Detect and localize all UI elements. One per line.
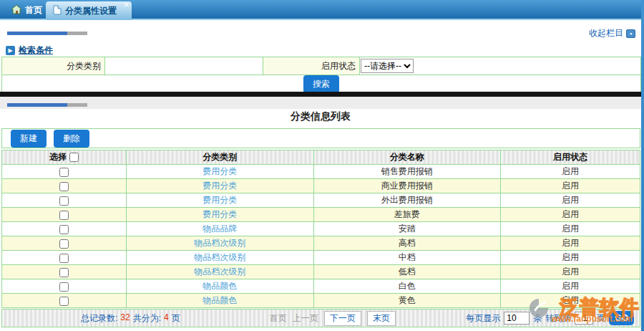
row-checkbox[interactable] [59, 211, 69, 220]
column-name: 分类名称 [313, 150, 501, 165]
search-button[interactable]: 搜索 [303, 75, 339, 93]
category-link[interactable]: 物品档次级别 [194, 267, 245, 277]
row-checkbox[interactable] [59, 254, 69, 263]
status-cell: 启用 [501, 236, 640, 251]
category-link[interactable]: 费用分类 [203, 181, 237, 191]
row-checkbox[interactable] [59, 268, 69, 277]
row-checkbox[interactable] [59, 225, 69, 234]
status-cell: 启用 [501, 208, 640, 222]
status-cell: 启用 [501, 179, 640, 193]
row-checkbox[interactable] [59, 168, 69, 177]
pages-value: 4 [164, 312, 169, 325]
progress-bar-list [7, 103, 87, 107]
category-name-cell: 商业费用报销 [313, 179, 501, 193]
next-page-button[interactable]: 下一页 [324, 311, 361, 326]
status-cell: 启用 [501, 294, 640, 308]
page: 首页 分类属性设置 ✕ 收起栏目 ▪ ▶ 检索条件 分类类别 启用状态 - [0, 0, 644, 331]
table-row: 费用分类 外出费用报销 启用 [2, 193, 640, 208]
collapse-panel-link[interactable]: 收起栏目 ▪ [589, 27, 635, 39]
record-summary: 总记录数: 32 共分为: 4 页 [81, 312, 180, 325]
go-button[interactable]: GO [609, 311, 634, 325]
search-form: 分类类别 启用状态 --请选择-- 搜索 [1, 57, 641, 94]
gray-band [0, 97, 641, 109]
document-icon [53, 5, 62, 17]
category-link[interactable]: 物品颜色 [203, 281, 237, 291]
table-row: 费用分类 商业费用报销 启用 [2, 179, 640, 193]
new-button[interactable]: 新建 [11, 130, 47, 148]
close-icon[interactable]: ✕ [124, 1, 130, 9]
status-cell: 启用 [501, 279, 640, 294]
goto-label: 转到第 [545, 312, 571, 325]
play-icon: ▶ [6, 46, 15, 55]
category-name-cell: 高档 [313, 236, 501, 251]
tab-home-label: 首页 [25, 4, 42, 16]
row-checkbox[interactable] [59, 282, 69, 292]
search-conditions-header: ▶ 检索条件 [6, 44, 53, 57]
category-link[interactable]: 物品档次级别 [194, 252, 245, 262]
category-name-cell: 销售费用报销 [313, 165, 501, 179]
last-page-button[interactable]: 末页 [367, 311, 396, 326]
tab-home[interactable]: 首页 [3, 2, 51, 19]
row-checkbox[interactable] [59, 297, 69, 306]
list-title: 分类信息列表 [0, 110, 641, 123]
category-type-input[interactable] [105, 58, 263, 74]
row-checkbox[interactable] [59, 182, 69, 191]
status-cell: 启用 [501, 193, 640, 208]
table-header-row: 选择 分类类别 分类名称 启用状态 [2, 150, 640, 165]
pages-label: 共分为: [133, 312, 161, 325]
first-page-link[interactable]: 首页 [270, 312, 287, 325]
select-all-checkbox[interactable] [69, 153, 79, 162]
column-select: 选择 [49, 152, 67, 162]
tab-active-label: 分类属性设置 [65, 5, 117, 17]
table-row: 物品颜色 黄色 启用 [2, 294, 640, 308]
row-checkbox[interactable] [59, 196, 69, 206]
category-link[interactable]: 费用分类 [203, 195, 237, 205]
collapse-link-label: 收起栏目 [589, 27, 623, 39]
status-cell: 启用 [501, 265, 640, 279]
table-row: 物品档次级别 高档 启用 [2, 236, 640, 251]
list-toolbar: 新建 删除 [1, 128, 640, 148]
per-page-label: 每页显示 [466, 312, 500, 325]
table-body: 费用分类 销售费用报销 启用 费用分类 商业费用报销 启用 费用分类 外出费用报… [2, 165, 640, 308]
table-row: 物品颜色 白色 启用 [2, 279, 640, 294]
pagination-bar: 总记录数: 32 共分为: 4 页 首页 上一页 下一页 末页 每页显示 条 转… [1, 309, 640, 327]
category-name-cell: 白色 [313, 279, 501, 294]
collapse-icon: ▪ [626, 29, 635, 38]
category-name-cell: 低档 [313, 265, 501, 279]
search-conditions-label: 检索条件 [19, 44, 53, 57]
category-name-cell: 安踏 [313, 222, 501, 236]
table-row: 物品品牌 安踏 启用 [2, 222, 640, 236]
status-cell: 启用 [501, 165, 640, 179]
section-divider-bar [0, 92, 641, 97]
progress-bar-top [7, 32, 87, 35]
category-name-cell: 中档 [313, 251, 501, 265]
enable-status-select[interactable]: --请选择-- [361, 59, 414, 73]
status-cell: 启用 [501, 251, 640, 265]
tab-category-settings[interactable]: 分类属性设置 ✕ [46, 1, 132, 20]
page-nav: 首页 上一页 下一页 末页 [270, 311, 396, 326]
category-name-cell: 外出费用报销 [313, 193, 501, 208]
tab-bar: 首页 分类属性设置 ✕ [0, 0, 644, 20]
delete-button[interactable]: 删除 [54, 130, 89, 148]
status-cell: 启用 [501, 222, 640, 236]
category-link[interactable]: 物品档次级别 [194, 238, 245, 248]
category-link[interactable]: 费用分类 [203, 209, 237, 219]
table-row: 物品档次级别 中档 启用 [2, 251, 640, 265]
category-table: 选择 分类类别 分类名称 启用状态 费用分类 销售费用报销 启用 费用分类 商业… [1, 150, 640, 308]
category-type-label: 分类类别 [2, 57, 105, 75]
per-page-input[interactable] [504, 312, 530, 325]
column-status: 启用状态 [501, 150, 640, 165]
enable-status-label: 启用状态 [263, 57, 360, 75]
per-page-unit: 条 [533, 312, 542, 325]
row-checkbox[interactable] [59, 239, 69, 249]
pages-unit: 页 [172, 312, 180, 325]
page-size-controls: 每页显示 条 转到第 页 GO [466, 311, 634, 325]
category-link[interactable]: 物品颜色 [203, 295, 237, 305]
total-value: 32 [120, 312, 130, 325]
home-icon [11, 5, 21, 16]
column-category: 分类类别 [126, 150, 313, 165]
prev-page-link[interactable]: 上一页 [293, 312, 318, 325]
category-link[interactable]: 物品品牌 [203, 224, 237, 234]
category-link[interactable]: 费用分类 [203, 166, 237, 176]
goto-page-input[interactable] [575, 312, 593, 325]
